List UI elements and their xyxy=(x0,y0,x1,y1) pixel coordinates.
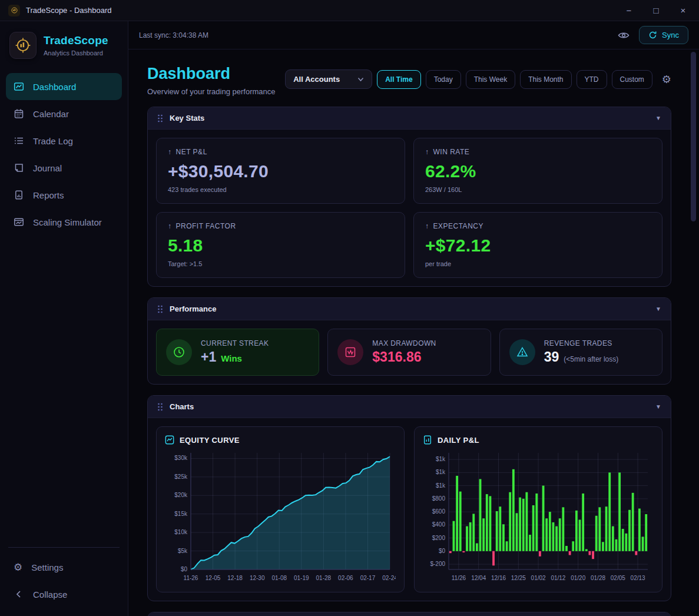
svg-text:$5k: $5k xyxy=(178,548,188,554)
vertical-scrollbar[interactable] xyxy=(691,52,696,221)
stat-card-expectancy: ↑EXPECTANCY +$72.12 per trade xyxy=(413,212,662,278)
page-title: Dashboard xyxy=(147,65,275,83)
list-icon xyxy=(14,135,24,146)
sidebar-item-reports[interactable]: Reports xyxy=(6,181,122,208)
stat-label: WIN RATE xyxy=(433,148,470,156)
svg-text:$1k: $1k xyxy=(436,469,446,475)
time-filter-today[interactable]: Today xyxy=(426,70,461,89)
app-icon xyxy=(8,5,20,16)
dashboard-settings-gear-icon[interactable]: ⚙ xyxy=(662,73,671,86)
stat-card-win-rate: ↑WIN RATE 62.2% 263W / 160L xyxy=(413,138,662,204)
line-chart-icon xyxy=(165,435,174,445)
svg-text:$0: $0 xyxy=(439,548,446,554)
clock-icon xyxy=(166,339,192,365)
brand: TradeScope Analytics Dashboard xyxy=(0,21,128,67)
svg-text:$-200: $-200 xyxy=(430,561,445,567)
account-filter-select[interactable]: All Accounts xyxy=(285,69,372,89)
drag-handle-icon[interactable] xyxy=(157,114,163,122)
close-button[interactable]: × xyxy=(670,1,697,21)
drag-handle-icon[interactable] xyxy=(157,403,163,411)
section-charts: Charts ▼ EQUITY CURVE $0$5k$10k$15k$20k$… xyxy=(147,395,671,601)
svg-text:12/16: 12/16 xyxy=(491,575,506,581)
sidebar-item-label: Calendar xyxy=(33,109,69,119)
eye-icon[interactable] xyxy=(618,31,630,40)
perf-value: 39 xyxy=(544,349,559,365)
sync-label: Sync xyxy=(662,31,679,39)
stat-value: 62.2% xyxy=(425,161,651,181)
sidebar-item-journal[interactable]: Journal xyxy=(6,154,122,181)
svg-text:11/26: 11/26 xyxy=(452,575,466,581)
svg-text:02-17: 02-17 xyxy=(360,575,376,581)
stat-label: PROFIT FACTOR xyxy=(176,222,236,230)
section-title: Performance xyxy=(170,304,216,313)
perf-card-max-drawdown: MAX DRAWDOWN $316.86 xyxy=(327,329,491,376)
section-key-stats: Key Stats ▼ ↑NET P&L +$30,504.70 423 tra… xyxy=(147,107,671,287)
collapse-label: Collapse xyxy=(33,589,67,600)
svg-text:01/02: 01/02 xyxy=(531,575,546,581)
section-title: Key Stats xyxy=(170,114,204,122)
chart-title: EQUITY CURVE xyxy=(180,436,240,445)
sidebar-collapse-button[interactable]: Collapse xyxy=(8,581,120,608)
sidebar-item-label: Trade Log xyxy=(33,136,73,146)
chart-title: DAILY P&L xyxy=(438,436,479,445)
maximize-button[interactable]: □ xyxy=(642,1,670,21)
arrow-up-icon: ↑ xyxy=(425,222,429,230)
sidebar-item-settings[interactable]: ⚙ Settings xyxy=(8,554,120,581)
time-filter-ytd[interactable]: YTD xyxy=(577,70,607,89)
drawdown-chart-icon xyxy=(337,339,363,365)
svg-text:12/25: 12/25 xyxy=(511,575,526,581)
dashboard-icon xyxy=(14,81,24,92)
refresh-icon xyxy=(648,31,657,39)
time-filter-this-week[interactable]: This Week xyxy=(466,70,515,89)
sidebar-item-dashboard[interactable]: Dashboard xyxy=(6,73,122,100)
svg-text:01-08: 01-08 xyxy=(271,575,287,581)
window-title: TradeScope - Dashboard xyxy=(26,6,112,15)
sync-button[interactable]: Sync xyxy=(639,26,688,44)
svg-text:12-05: 12-05 xyxy=(206,575,221,581)
svg-text:12/04: 12/04 xyxy=(471,575,486,581)
collapse-caret-icon[interactable]: ▼ xyxy=(655,403,661,410)
svg-text:02/13: 02/13 xyxy=(631,575,645,581)
perf-value: $316.86 xyxy=(372,349,421,365)
warning-triangle-icon xyxy=(509,339,535,365)
perf-suffix: (<5min after loss) xyxy=(564,355,618,363)
stat-sub: Target: >1.5 xyxy=(168,260,393,267)
gear-icon: ⚙ xyxy=(14,562,22,572)
minimize-button[interactable]: − xyxy=(615,1,642,21)
main-area: Last sync: 3:04:38 AM Sync Dashboard Ove… xyxy=(128,21,699,616)
sidebar: TradeScope Analytics Dashboard Dashboard… xyxy=(0,21,128,616)
drag-handle-icon[interactable] xyxy=(157,305,163,313)
svg-text:$600: $600 xyxy=(432,508,446,515)
perf-label: REVENGE TRADES xyxy=(544,339,619,347)
time-filter-this-month[interactable]: This Month xyxy=(520,70,571,89)
account-filter-value: All Accounts xyxy=(293,75,340,84)
perf-label: CURRENT STREAK xyxy=(201,339,269,347)
sidebar-item-trade-log[interactable]: Trade Log xyxy=(6,127,122,154)
sidebar-nav: Dashboard Calendar Trade Log Journal Rep… xyxy=(0,67,128,547)
svg-text:01-28: 01-28 xyxy=(316,575,332,581)
svg-text:12-18: 12-18 xyxy=(227,575,243,581)
sidebar-item-scaling-simulator[interactable]: Scaling Simulator xyxy=(6,208,122,236)
svg-text:02-24: 02-24 xyxy=(382,575,396,581)
stat-value: +$30,504.70 xyxy=(168,161,393,181)
time-filter-custom[interactable]: Custom xyxy=(612,70,652,89)
report-icon xyxy=(14,190,24,200)
section-analysis: Analysis ▼ xyxy=(147,612,671,616)
stat-card-net-pnl: ↑NET P&L +$30,504.70 423 trades executed xyxy=(156,138,405,204)
svg-text:11-26: 11-26 xyxy=(184,575,198,581)
sidebar-item-label: Reports xyxy=(33,190,64,200)
collapse-caret-icon[interactable]: ▼ xyxy=(655,115,661,121)
svg-text:01/28: 01/28 xyxy=(591,575,605,581)
brand-subtitle: Analytics Dashboard xyxy=(44,49,108,57)
sidebar-item-calendar[interactable]: Calendar xyxy=(6,100,122,127)
collapse-caret-icon[interactable]: ▼ xyxy=(655,306,661,312)
last-sync-text: Last sync: 3:04:38 AM xyxy=(139,31,208,39)
svg-text:$1k: $1k xyxy=(436,456,446,462)
svg-text:01/12: 01/12 xyxy=(551,575,565,581)
time-filter-all-time[interactable]: All Time xyxy=(377,70,420,89)
svg-text:$30k: $30k xyxy=(174,455,188,461)
stat-label: EXPECTANCY xyxy=(433,222,483,230)
stat-value: 5.18 xyxy=(168,236,393,256)
perf-card-current-streak: CURRENT STREAK +1 Wins xyxy=(156,329,319,376)
svg-text:$200: $200 xyxy=(432,535,446,541)
